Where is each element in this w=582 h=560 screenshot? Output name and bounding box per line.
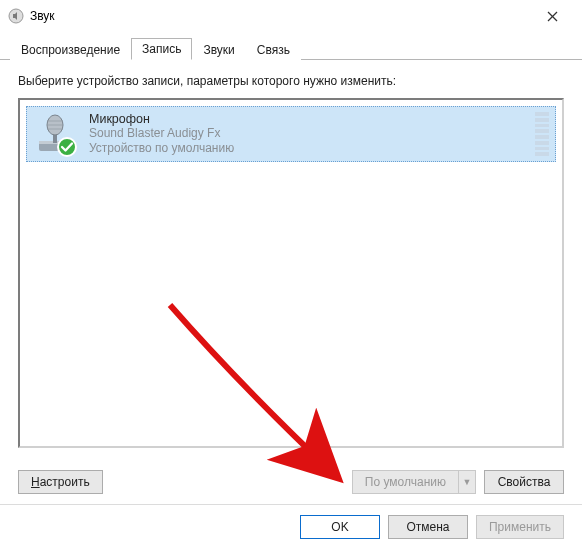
cancel-button[interactable]: Отмена: [388, 515, 468, 539]
svg-point-8: [58, 138, 76, 156]
apply-button: Применить: [476, 515, 564, 539]
device-listbox[interactable]: Микрофон Sound Blaster Audigy Fx Устройс…: [18, 98, 564, 448]
chevron-down-icon: ▼: [458, 470, 476, 494]
dialog-buttons: OK Отмена Применить: [0, 504, 582, 549]
microphone-device-icon: [33, 111, 79, 157]
device-subtitle: Sound Blaster Audigy Fx: [89, 126, 525, 141]
ok-button[interactable]: OK: [300, 515, 380, 539]
instruction-text: Выберите устройство записи, параметры ко…: [18, 74, 564, 88]
tab-recording[interactable]: Запись: [131, 38, 192, 60]
window-title: Звук: [30, 9, 55, 23]
close-button[interactable]: [530, 2, 574, 30]
listbox-buttons: Настроить По умолчанию ▼ Свойства: [0, 458, 582, 504]
tab-sounds[interactable]: Звуки: [192, 39, 245, 60]
close-icon: [547, 11, 558, 22]
device-row[interactable]: Микрофон Sound Blaster Audigy Fx Устройс…: [26, 106, 556, 162]
titlebar: Звук: [0, 0, 582, 36]
input-level-meter: [535, 112, 549, 156]
device-status: Устройство по умолчанию: [89, 141, 525, 156]
tab-playback[interactable]: Воспроизведение: [10, 39, 131, 60]
device-text: Микрофон Sound Blaster Audigy Fx Устройс…: [89, 112, 525, 156]
configure-button[interactable]: Настроить: [18, 470, 103, 494]
sound-app-icon: [8, 8, 24, 24]
properties-button[interactable]: Свойства: [484, 470, 564, 494]
tab-bar: Воспроизведение Запись Звуки Связь: [0, 36, 582, 60]
device-name: Микрофон: [89, 112, 525, 126]
tab-communications[interactable]: Связь: [246, 39, 301, 60]
set-default-split-button: По умолчанию ▼: [352, 470, 476, 494]
set-default-button: По умолчанию: [352, 470, 458, 494]
tab-content: Выберите устройство записи, параметры ко…: [0, 60, 582, 458]
